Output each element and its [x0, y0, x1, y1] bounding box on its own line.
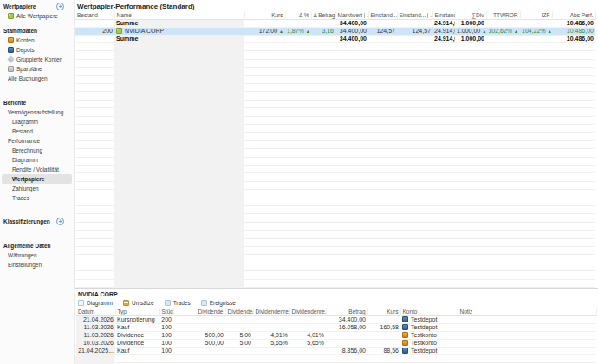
- tab-umsätze[interactable]: Umsätze: [123, 300, 154, 306]
- sidebar-item-label: Zahlungen: [12, 185, 39, 192]
- cell-stück: 100: [159, 339, 173, 347]
- sidebar-item-performance[interactable]: Performance: [2, 136, 72, 146]
- cell-kurs: 172,00▲: [244, 27, 285, 35]
- cell-abs-perf: 10.486,00: [552, 35, 595, 42]
- cell-betrag: [326, 331, 367, 339]
- column-header-konto[interactable]: Konto: [400, 308, 458, 315]
- sidebar-section-label: Klassifizierungen: [3, 218, 50, 224]
- column-header-kurs[interactable]: Kurs: [367, 308, 400, 315]
- transactions-row[interactable]: 21.04.2025...Kauf1008.856,0088,56Testdep…: [76, 347, 596, 354]
- column-header-stück[interactable]: Stück: [159, 308, 173, 315]
- securities-row[interactable]: Summe34.400,0024.914,001.000,0010.486,00: [75, 19, 595, 27]
- cell-abs-perf: 10.486,00: [552, 27, 595, 35]
- cell-ttwror: [486, 35, 520, 42]
- sidebar-item-label: Trades: [12, 195, 29, 201]
- cell-typ: Dividende: [115, 339, 159, 347]
- column-header-marktwert[interactable]: Marktwert↔: [335, 11, 368, 19]
- sidebar-item-gruppierte-konten[interactable]: Gruppierte Konten: [2, 55, 72, 64]
- sidebar-item-berechnung[interactable]: Berechnung: [2, 146, 72, 155]
- transactions-row[interactable]: 21.04.2026Kursnotierung20034.400,00Testd…: [76, 315, 596, 323]
- cell-notiz: [458, 347, 596, 354]
- sidebar-item-sparpläne[interactable]: Sparpläne: [2, 64, 72, 74]
- cell-ttwror: [486, 19, 520, 27]
- sidebar-item-alle-buchungen[interactable]: Alle Buchungen: [2, 74, 72, 83]
- sidebar-item-label: Diagramm: [12, 119, 38, 125]
- sidebar-item-vermögensaufstellung[interactable]: Vermögensaufstellung: [2, 107, 72, 117]
- sidebar-item-label: Performance: [8, 138, 40, 144]
- tab-ereignisse[interactable]: Ereignisse: [201, 300, 236, 306]
- sidebar-item-trades[interactable]: Trades: [2, 193, 72, 203]
- column-header-einstand[interactable]: Einstand...↔: [368, 11, 397, 19]
- sorted-column-shading: [75, 355, 114, 364]
- add-button-wertpapiere[interactable]: +: [56, 3, 64, 10]
- reporting-interval-icon: ↔: [364, 13, 368, 18]
- column-header-bestand[interactable]: Bestand: [75, 11, 114, 19]
- sidebar-item-konten[interactable]: Konten: [2, 36, 72, 45]
- cell-typ: Kauf: [115, 347, 159, 354]
- add-button-klassifizierungen[interactable]: +: [56, 218, 64, 225]
- column-header-col[interactable]: Δ %: [285, 11, 311, 19]
- cell-marktwert: 34.400,00: [335, 19, 368, 27]
- transactions-row[interactable]: 10.03.2026Dividende100500,005,005,65%5,6…: [76, 339, 596, 347]
- cell-kurs: [367, 331, 400, 339]
- up-arrow-icon: ▲: [548, 29, 552, 34]
- cell-dividende: [173, 347, 225, 354]
- column-header-label: Einstand...: [371, 12, 398, 18]
- column-header-einstand[interactable]: Einstand...: [432, 11, 455, 19]
- sidebar-item-label: Konten: [16, 37, 35, 43]
- cell-stück: 100: [159, 331, 173, 339]
- column-header-betrag[interactable]: Betrag: [326, 308, 367, 315]
- events-icon: [201, 300, 207, 306]
- column-header-einstand[interactable]: Einstand...↔: [397, 11, 432, 19]
- column-header-betrag[interactable]: Δ Betrag: [311, 11, 335, 19]
- cell-betrag: 16.058,00: [326, 323, 367, 331]
- column-header-dividende-an[interactable]: Dividende/An...: [225, 308, 253, 315]
- sidebar-item-diagramm[interactable]: Diagramm: [2, 117, 72, 127]
- account-icon: [402, 340, 408, 346]
- column-header-abs-perf[interactable]: Abs Perf.: [552, 11, 595, 19]
- sidebar-item-währungen[interactable]: Währungen: [2, 250, 72, 260]
- column-header-dividendenre[interactable]: Dividendenre...: [253, 308, 289, 315]
- tab-trades[interactable]: Trades: [165, 300, 191, 306]
- cell-einstand: [397, 19, 432, 27]
- cell-stück: 100: [159, 323, 173, 331]
- transactions-row[interactable]: 11.03.2026Kauf10016.058,00160,58Testdepo…: [76, 323, 596, 331]
- securities-row[interactable]: Summe34.400,0024.914,001.000,0010.486,00: [75, 35, 595, 42]
- securities-row[interactable]: 200NVIDIA CORP172,00▲1,87%▲3,1634.400,00…: [75, 27, 595, 35]
- column-header-typ[interactable]: Typ: [115, 308, 159, 315]
- column-header-dividendenre[interactable]: Dividendenre...: [289, 308, 326, 315]
- cell-typ: Kauf: [115, 323, 159, 331]
- sidebar-item-alle-wertpapiere[interactable]: Alle Wertpapiere: [2, 11, 72, 21]
- cell-stück: 100: [159, 347, 173, 354]
- cell-dividendenre: 5,65%: [289, 339, 326, 347]
- sidebar-item-rendite-volatilität[interactable]: Rendite / Volatilität: [2, 165, 72, 174]
- sidebar-item-zahlungen[interactable]: Zahlungen: [2, 184, 72, 193]
- sidebar-item-einstellungen[interactable]: Einstellungen: [2, 260, 72, 270]
- column-header-label: Einstand...: [400, 12, 426, 18]
- sidebar-item-depots[interactable]: Depots: [2, 45, 72, 55]
- cell-dividende: [173, 315, 225, 323]
- cell-notiz: [458, 315, 596, 323]
- cell-col: 1,87%▲: [285, 27, 311, 35]
- column-header-div[interactable]: ∑Div: [455, 11, 486, 19]
- detail-title: NVIDIA CORP: [75, 289, 598, 298]
- column-header-dividende[interactable]: Dividende: [173, 308, 225, 315]
- cell-notiz: [458, 339, 596, 347]
- cell-marktwert: 34.400,00: [335, 35, 368, 42]
- column-header-notiz[interactable]: Notiz: [458, 308, 596, 315]
- column-header-kurs[interactable]: Kurs: [244, 11, 285, 19]
- column-header-label: Bestand: [77, 12, 98, 18]
- cell-marktwert: 34.400,00: [335, 27, 368, 35]
- sidebar-item-label: Depots: [16, 47, 35, 53]
- cell-name: Summe: [114, 35, 244, 42]
- column-header-izf[interactable]: IZF: [520, 11, 552, 19]
- sidebar-item-label: Alle Buchungen: [8, 75, 48, 81]
- cell-kurs: [244, 35, 285, 42]
- column-header-label: Einstand...: [435, 12, 456, 18]
- transactions-row[interactable]: 11.03.2026Dividende100500,005,004,01%4,0…: [76, 331, 596, 339]
- sidebar-item-diagramm[interactable]: Diagramm: [2, 155, 72, 165]
- sidebar-item-bestand[interactable]: Bestand: [2, 127, 72, 136]
- sidebar-item-wertpapiere[interactable]: Wertpapiere: [2, 174, 72, 184]
- column-header-ttwror[interactable]: TTWROR: [486, 11, 520, 19]
- cell-datum: 21.04.2026: [76, 315, 115, 323]
